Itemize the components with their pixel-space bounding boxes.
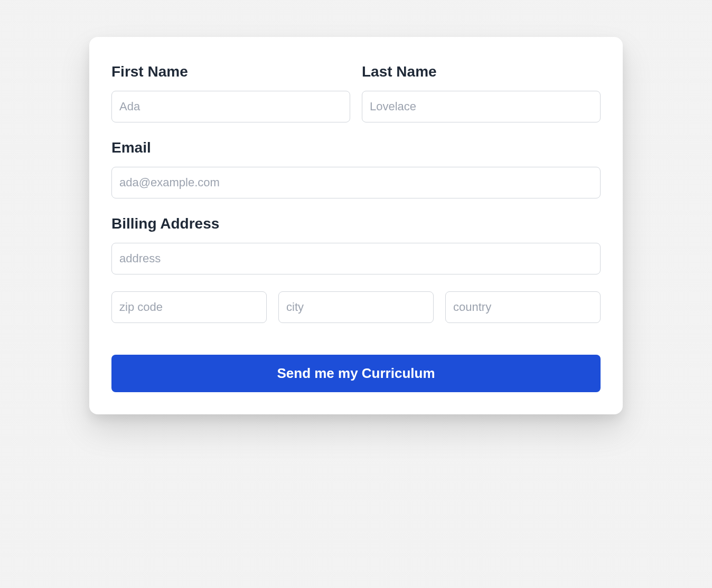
- email-input[interactable]: [111, 167, 601, 198]
- first-name-input[interactable]: [111, 91, 350, 122]
- last-name-label: Last Name: [362, 63, 601, 80]
- country-group: [445, 291, 601, 323]
- country-input[interactable]: [445, 291, 601, 323]
- submit-button[interactable]: Send me my Curriculum: [111, 355, 601, 392]
- last-name-group: Last Name: [362, 63, 601, 122]
- last-name-input[interactable]: [362, 91, 601, 122]
- form-card: First Name Last Name Email Billing Addre…: [89, 37, 623, 414]
- first-name-group: First Name: [111, 63, 350, 122]
- first-name-label: First Name: [111, 63, 350, 80]
- city-group: [278, 291, 434, 323]
- zip-code-input[interactable]: [111, 291, 267, 323]
- billing-address-group: Billing Address: [111, 215, 601, 274]
- zip-group: [111, 291, 267, 323]
- city-input[interactable]: [278, 291, 434, 323]
- address-input[interactable]: [111, 243, 601, 274]
- email-label: Email: [111, 139, 601, 156]
- email-group: Email: [111, 139, 601, 198]
- billing-address-label: Billing Address: [111, 215, 601, 232]
